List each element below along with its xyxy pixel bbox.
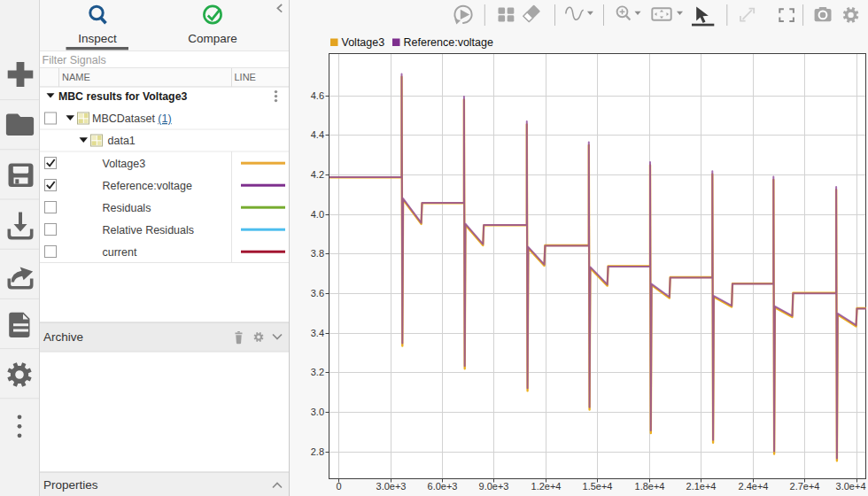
svg-text:Filter Signals: Filter Signals [43, 54, 106, 66]
svg-text:6.0e+3: 6.0e+3 [428, 481, 458, 492]
svg-text:2.8: 2.8 [311, 446, 324, 457]
svg-text:1.8e+4: 1.8e+4 [635, 481, 665, 492]
svg-text:3.8: 3.8 [311, 248, 324, 259]
svg-text:2.7e+4: 2.7e+4 [790, 481, 820, 492]
svg-text:Voltage3: Voltage3 [103, 158, 146, 170]
svg-text:Residuals: Residuals [103, 202, 151, 214]
svg-text:3.0: 3.0 [311, 407, 324, 417]
svg-text:4.6: 4.6 [311, 90, 324, 101]
svg-text:LINE: LINE [235, 72, 256, 82]
svg-text:NAME: NAME [62, 72, 90, 82]
svg-text:3.6: 3.6 [311, 288, 324, 298]
svg-text:3.2: 3.2 [311, 367, 324, 377]
svg-text:Inspect: Inspect [78, 32, 117, 45]
svg-text:data1: data1 [108, 135, 136, 147]
svg-text:Archive: Archive [43, 330, 83, 344]
svg-text:Relative Residuals: Relative Residuals [103, 224, 195, 236]
svg-text:Compare: Compare [188, 32, 237, 45]
svg-text:Reference:voltage: Reference:voltage [103, 180, 193, 192]
svg-text:MBC results for Voltage3: MBC results for Voltage3 [58, 90, 187, 103]
svg-text:current: current [103, 246, 137, 259]
svg-text:3.0e+3: 3.0e+3 [376, 481, 407, 492]
svg-text:3.4: 3.4 [311, 328, 324, 338]
svg-text:2.4e+4: 2.4e+4 [739, 481, 769, 492]
svg-text:1.2e+4: 1.2e+4 [531, 481, 562, 492]
svg-text:4.0: 4.0 [311, 209, 324, 220]
svg-text:Reference:voltage: Reference:voltage [404, 36, 494, 49]
svg-text:Voltage3: Voltage3 [342, 36, 385, 49]
svg-text:4.2: 4.2 [311, 169, 324, 180]
svg-text:4.4: 4.4 [311, 129, 324, 140]
svg-text:MBCDataset (1): MBCDataset (1) [92, 112, 172, 125]
svg-text:3.0e+4: 3.0e+4 [836, 481, 866, 492]
svg-text:9.0e+3: 9.0e+3 [479, 481, 509, 492]
svg-text:2.1e+4: 2.1e+4 [686, 481, 717, 492]
svg-text:0: 0 [336, 481, 341, 492]
svg-text:Properties: Properties [43, 478, 98, 492]
svg-text:1.5e+4: 1.5e+4 [583, 481, 613, 492]
